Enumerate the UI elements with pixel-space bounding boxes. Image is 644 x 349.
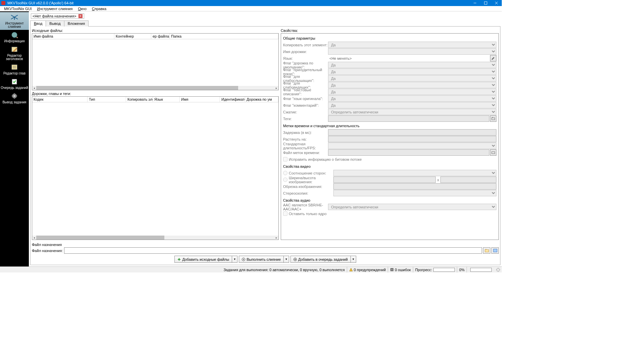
col-name[interactable]: Имя	[180, 97, 220, 102]
select-flag-default[interactable]: Да	[328, 62, 496, 68]
svg-line-33	[497, 270, 497, 271]
menu-help[interactable]: Справка	[89, 7, 109, 11]
maximize-button[interactable]	[480, 0, 491, 6]
browse-tags-button[interactable]	[490, 115, 496, 122]
select-aac[interactable]: Определить автоматически	[328, 204, 496, 210]
svg-point-13	[13, 95, 15, 97]
status-jobs[interactable]: Задания для выполнения: 0 автоматически,…	[221, 267, 346, 272]
tab-attachments[interactable]: Вложения	[64, 20, 89, 27]
label-delay: Задержка (в мс):	[283, 131, 328, 135]
scroll-right-arrow[interactable]: ▸	[274, 86, 278, 90]
dest-file-input[interactable]	[64, 247, 482, 254]
menu-gui[interactable]: MKVToolNix GUI	[1, 7, 35, 11]
select-copy-item[interactable]: Да	[328, 42, 496, 48]
mux-dropdown[interactable]: ▼	[284, 256, 289, 263]
add-to-queue-button[interactable]: Добавить в очередь заданий	[290, 256, 351, 263]
label-crop: Обрезка изображения:	[283, 185, 333, 189]
sidebar-item-label: Редактор заголовков	[0, 54, 29, 61]
tracks-list[interactable]: Кодек Тип Копировать элем Язык Имя Идент…	[32, 96, 279, 240]
input-tsfile[interactable]	[328, 149, 489, 156]
sidebar-item-info[interactable]: Информация	[0, 30, 29, 44]
col-filesize[interactable]: ер файла	[151, 34, 170, 39]
label-flag-comment: Флаг "комментарий":	[283, 103, 328, 107]
horizontal-scrollbar[interactable]: ◂ ▸	[32, 236, 278, 240]
select-stereo[interactable]	[333, 190, 496, 196]
input-crop[interactable]	[333, 183, 496, 190]
sidebar-item-job-output[interactable]: Вывод задания	[0, 91, 29, 105]
tab-output[interactable]: Вывод	[46, 20, 64, 27]
browse-dest-button[interactable]	[483, 247, 490, 254]
col-container[interactable]: Контейнер	[114, 34, 151, 39]
close-file-tab-button[interactable]: ✕	[78, 14, 83, 18]
error-icon	[390, 268, 394, 271]
sidebar-item-header-editor[interactable]: Редактор заголовков	[0, 44, 29, 62]
horizontal-scrollbar[interactable]: ◂ ▸	[32, 86, 278, 90]
col-copy[interactable]: Копировать элем	[126, 97, 153, 102]
sidebar-item-chapter-editor[interactable]: Редактор глав	[0, 62, 29, 77]
input-height[interactable]	[440, 177, 496, 183]
scroll-thumb[interactable]	[36, 236, 164, 240]
menubar: MKVToolNix GUI Инструмент слияния Окно С…	[0, 6, 502, 11]
col-folder[interactable]: Папка	[170, 34, 278, 39]
radio-aspect[interactable]	[283, 171, 287, 175]
file-tab[interactable]: <Нет файла назначения> ✕	[31, 13, 84, 19]
select-aspect[interactable]	[333, 170, 496, 176]
group-audio: Свойства аудио	[283, 198, 496, 202]
browse-tsfile-button[interactable]	[490, 149, 496, 156]
tab-input[interactable]: Ввод	[30, 20, 46, 27]
chapter-editor-icon	[10, 63, 19, 71]
select-flag-origlang[interactable]: Да	[328, 95, 496, 102]
queue-icon	[10, 78, 19, 85]
scroll-left-arrow[interactable]: ◂	[32, 236, 36, 240]
file-tab-label: <Нет файла назначения>	[33, 14, 76, 18]
label-core-only: Оставить только ядро	[289, 212, 327, 216]
sidebar-item-merge[interactable]: Инструмент слияния	[0, 12, 29, 30]
scroll-right-arrow[interactable]: ▸	[274, 236, 278, 240]
select-flag-comment[interactable]: Да	[328, 102, 496, 108]
add-source-files-button[interactable]: Добавить исходные файлы	[174, 256, 232, 263]
label-compress: Сжатие:	[283, 110, 328, 114]
recent-dest-button[interactable]	[491, 247, 499, 254]
menu-window[interactable]: Окно	[75, 7, 89, 11]
queue-dropdown[interactable]: ▼	[351, 256, 356, 263]
add-source-dropdown[interactable]: ▼	[232, 256, 237, 263]
select-compress[interactable]: Определить автоматически	[328, 109, 496, 115]
list-header: Имя файла Контейнер ер файла Папка	[32, 34, 278, 39]
checkbox-core-only[interactable]	[283, 211, 287, 216]
input-delay[interactable]	[328, 129, 496, 136]
source-files-list[interactable]: Имя файла Контейнер ер файла Папка ◂ ▸	[32, 33, 279, 90]
menu-merge[interactable]: Инструмент слияния	[35, 7, 75, 11]
select-flag-visual[interactable]: Да	[328, 82, 496, 88]
edit-language-button[interactable]	[490, 55, 496, 61]
dest-section-label: Файл назначения	[32, 243, 499, 247]
col-codec[interactable]: Кодек	[32, 97, 88, 102]
input-tags[interactable]	[328, 115, 489, 122]
select-flag-forced[interactable]: Да	[328, 68, 496, 75]
minimize-button[interactable]	[470, 0, 480, 6]
label-wh: Ширина/высота изображения:	[289, 176, 333, 184]
radio-wh[interactable]	[283, 178, 287, 182]
file-tabs: <Нет файла назначения> ✕	[30, 13, 500, 19]
select-fps[interactable]	[328, 143, 496, 149]
status-warnings[interactable]: 0 предупреждений	[347, 267, 388, 272]
input-width[interactable]	[333, 177, 436, 183]
status-progress: Прогресс:	[413, 267, 457, 272]
col-id[interactable]: Идентификатор	[220, 97, 245, 102]
checkbox-fix-bitstream[interactable]	[283, 157, 287, 161]
sidebar-item-job-queue[interactable]: Очередь заданий	[0, 77, 29, 91]
scroll-left-arrow[interactable]: ◂	[32, 86, 36, 90]
select-flag-textdesc[interactable]: Да	[328, 89, 496, 95]
status-total-progress	[467, 267, 494, 272]
col-type[interactable]: Тип	[88, 97, 126, 102]
scroll-thumb[interactable]	[36, 86, 238, 90]
sidebar-item-label: Инструмент слияния	[0, 22, 29, 29]
col-filename[interactable]: Имя файла	[32, 34, 114, 39]
input-stretch[interactable]	[328, 136, 496, 142]
close-button[interactable]	[491, 0, 502, 6]
col-lang[interactable]: Язык	[153, 97, 180, 102]
status-errors[interactable]: 0 ошибок	[388, 267, 413, 272]
select-track-name[interactable]	[328, 48, 496, 55]
select-flag-hearing[interactable]: Да	[328, 75, 496, 82]
col-default[interactable]: Дорожка по ум	[245, 97, 278, 102]
start-mux-button[interactable]: Выполнить слияние	[239, 256, 284, 263]
